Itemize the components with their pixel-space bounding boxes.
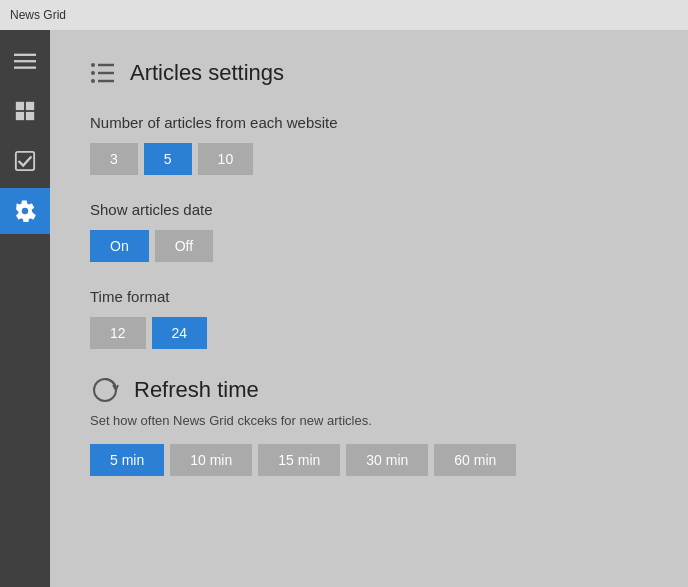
refresh-time-buttons: 5 min 10 min 15 min 30 min 60 min [90,444,648,476]
number-of-articles-label: Number of articles from each website [90,114,648,131]
check-icon [14,150,36,172]
svg-point-12 [91,71,95,75]
sidebar [0,30,50,587]
title-bar: News Grid [0,0,688,30]
show-articles-date-label: Show articles date [90,201,648,218]
time-format-group: Time format 12 24 [90,288,648,349]
svg-rect-0 [14,54,36,56]
app-title: News Grid [10,8,66,22]
sidebar-item-menu[interactable] [0,38,50,84]
time-24-button[interactable]: 24 [152,317,208,349]
articles-3-button[interactable]: 3 [90,143,138,175]
articles-section-title: Articles settings [130,60,284,86]
refresh-description: Set how often News Grid ckceks for new a… [90,413,648,428]
sidebar-item-grid[interactable] [0,88,50,134]
date-on-button[interactable]: On [90,230,149,262]
number-of-articles-buttons: 3 5 10 [90,143,648,175]
sidebar-item-check[interactable] [0,138,50,184]
svg-rect-1 [14,60,36,62]
refresh-10min-button[interactable]: 10 min [170,444,252,476]
refresh-icon [90,375,120,405]
gear-icon [14,200,36,222]
svg-point-11 [91,63,95,67]
articles-section-header: Articles settings [90,60,648,86]
refresh-section-title: Refresh time [134,377,259,403]
date-off-button[interactable]: Off [155,230,213,262]
svg-point-13 [91,79,95,83]
refresh-15min-button[interactable]: 15 min [258,444,340,476]
refresh-section: Refresh time Set how often News Grid ckc… [90,375,648,476]
time-format-buttons: 12 24 [90,317,648,349]
refresh-60min-button[interactable]: 60 min [434,444,516,476]
svg-rect-3 [16,102,24,110]
time-12-button[interactable]: 12 [90,317,146,349]
time-format-label: Time format [90,288,648,305]
show-articles-date-group: Show articles date On Off [90,201,648,262]
hamburger-icon [14,50,36,72]
content-area: Articles settings Number of articles fro… [50,30,688,587]
main-layout: Articles settings Number of articles fro… [0,30,688,587]
refresh-30min-button[interactable]: 30 min [346,444,428,476]
grid-icon [14,100,36,122]
refresh-5min-button[interactable]: 5 min [90,444,164,476]
svg-rect-7 [16,152,34,170]
articles-list-icon [90,60,116,86]
articles-10-button[interactable]: 10 [198,143,254,175]
sidebar-item-settings[interactable] [0,188,50,234]
svg-rect-4 [26,102,34,110]
svg-rect-5 [16,112,24,120]
svg-rect-6 [26,112,34,120]
refresh-header: Refresh time [90,375,648,405]
number-of-articles-group: Number of articles from each website 3 5… [90,114,648,175]
show-articles-date-buttons: On Off [90,230,648,262]
articles-5-button[interactable]: 5 [144,143,192,175]
svg-rect-2 [14,67,36,69]
